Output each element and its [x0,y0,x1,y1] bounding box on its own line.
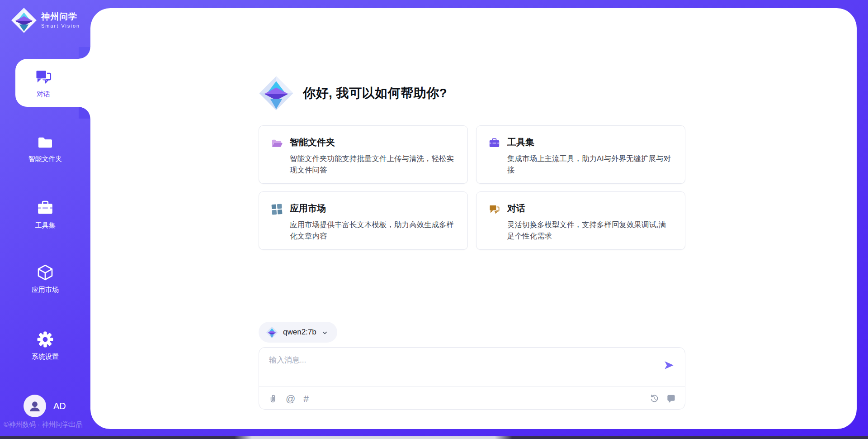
sidebar-item-label: 对话 [37,90,50,99]
sidebar-item-chat[interactable]: 对话 [15,59,90,107]
app-title: 神州问学 [41,12,80,22]
history-icon[interactable] [650,394,659,403]
model-logo-icon [266,326,278,339]
card-desc: 集成市场上主流工具，助力AI与外界无缝扩展与对接 [507,153,673,176]
gear-icon [36,330,54,348]
main-content: 你好, 我可以如何帮助你? 智能文件夹 智能文件夹功能支持批量文件上传与清洗，轻… [259,8,685,410]
grid-icon [271,203,283,215]
person-icon [28,399,42,413]
feedback-icon[interactable] [666,394,676,403]
app-logo: 神州问学 Smart Vision [11,7,80,33]
model-name: qwen2:7b [283,328,316,337]
chevron-down-icon [321,329,328,336]
folder-open-icon [271,137,283,149]
brand-diamond-icon [11,7,37,33]
sidebar: 神州问学 Smart Vision 对话 智能文件夹 工具集 [0,0,90,439]
message-input[interactable] [268,354,650,386]
tab-curve-top [79,47,90,59]
sidebar-item-settings[interactable]: 系统设置 [0,330,90,361]
card-title: 应用市场 [290,202,456,215]
card-chat[interactable]: 对话 灵活切换多模型文件，支持多样回复效果调试,满足个性化需求 [476,191,685,250]
sidebar-item-toolbox[interactable]: 工具集 [0,199,90,230]
card-desc: 应用市场提供丰富长文本模板，助力高效生成多样化文章内容 [290,219,456,242]
assistant-logo-icon [259,76,294,111]
card-smart-folder[interactable]: 智能文件夹 智能文件夹功能支持批量文件上传与清洗，轻松实现文件问答 [259,125,468,184]
greeting-title: 你好, 我可以如何帮助你? [303,85,447,102]
sidebar-item-app-market[interactable]: 应用市场 [0,263,90,294]
user-profile[interactable]: AD [24,395,66,417]
send-button[interactable] [663,359,675,371]
send-icon [663,359,675,371]
feature-cards: 智能文件夹 智能文件夹功能支持批量文件上传与清洗，轻松实现文件问答 工具集 [259,125,685,250]
sidebar-item-label: 工具集 [35,221,56,230]
chat-icon [488,203,500,215]
tab-curve-bottom [79,107,90,119]
card-desc: 灵活切换多模型文件，支持多样回复效果调试,满足个性化需求 [507,219,673,242]
sidebar-item-label: 应用市场 [32,286,59,294]
sidebar-item-label: 智能文件夹 [28,155,62,163]
app-subtitle: Smart Vision [41,23,80,29]
model-selector[interactable]: qwen2:7b [259,322,337,343]
sidebar-item-label: 系统设置 [32,353,59,361]
hash-icon[interactable]: # [303,394,309,403]
briefcase-icon [488,137,500,149]
folder-icon [36,133,54,151]
card-title: 智能文件夹 [290,136,456,148]
card-desc: 智能文件夹功能支持批量文件上传与清洗，轻松实现文件问答 [290,153,456,176]
chat-icon [34,67,53,86]
message-composer: @ # [259,347,685,410]
sidebar-item-smart-folder[interactable]: 智能文件夹 [0,133,90,163]
mention-icon[interactable]: @ [286,394,295,403]
card-title: 工具集 [507,136,673,148]
card-toolbox[interactable]: 工具集 集成市场上主流工具，助力AI与外界无缝扩展与对接 [476,125,685,184]
attachment-icon[interactable] [268,394,278,403]
main-panel: 你好, 我可以如何帮助你? 智能文件夹 智能文件夹功能支持批量文件上传与清洗，轻… [90,8,857,429]
user-initials: AD [53,401,66,411]
composer-divider [259,387,685,387]
avatar [24,395,46,417]
card-title: 对话 [507,202,673,215]
greeting: 你好, 我可以如何帮助你? [259,76,685,111]
window-bottom-edge [0,436,868,439]
card-app-market[interactable]: 应用市场 应用市场提供丰富长文本模板，助力高效生成多样化文章内容 [259,191,468,250]
briefcase-icon [36,199,54,217]
copyright-text: ©神州数码 · 神州问学出品 [4,420,82,429]
cube-icon [36,263,54,282]
composer-toolbar: @ # [268,392,676,405]
